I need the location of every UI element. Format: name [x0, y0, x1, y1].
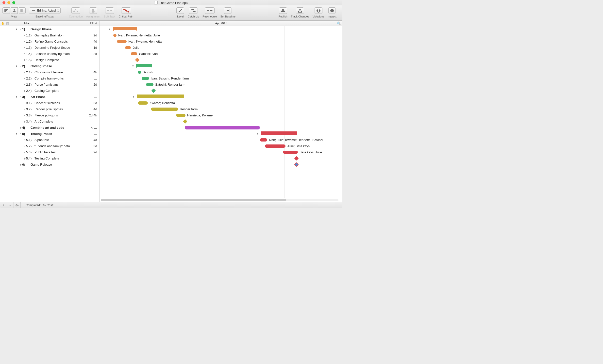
row-effort[interactable]: 4d	[83, 107, 100, 111]
outline-row[interactable]: 3)Art Phase…	[0, 94, 100, 100]
outline-row[interactable]: 2)Coding Phase…	[0, 63, 100, 69]
row-effort[interactable]: 2d 4h	[83, 113, 100, 117]
split-task-button[interactable]	[105, 7, 114, 14]
gantt-disclosure-icon[interactable]	[108, 28, 111, 31]
row-name[interactable]: Testing Phase	[31, 132, 83, 136]
row-effort[interactable]: 4d	[83, 138, 100, 142]
row-effort[interactable]: 2d	[83, 33, 100, 37]
outline-row[interactable]: 3.1)Concept sketches3d	[0, 100, 100, 106]
row-effort[interactable]: …	[83, 64, 100, 68]
disclosure-triangle[interactable]	[12, 95, 19, 98]
track-changes-button[interactable]	[296, 7, 304, 14]
gantt-body[interactable]: Ivan; Kwame; Henrietta; JulieIvan; Kwame…	[100, 26, 342, 198]
outline-row[interactable]: 1.4)Balance underlying math2d	[0, 51, 100, 57]
summary-bar[interactable]	[113, 27, 137, 30]
task-bar[interactable]	[151, 108, 178, 111]
milestone-diamond[interactable]	[294, 162, 299, 167]
milestone-diamond[interactable]	[183, 119, 187, 124]
row-effort[interactable]: …	[83, 27, 100, 31]
reschedule-button[interactable]	[205, 7, 215, 14]
row-effort[interactable]: 2d	[83, 83, 100, 86]
row-name[interactable]: Design Complete	[34, 58, 83, 62]
scrollbar-thumb[interactable]	[101, 199, 286, 201]
summary-bar[interactable]	[136, 64, 152, 67]
row-effort[interactable]: 2d	[83, 52, 100, 56]
row-name[interactable]: Parse framistans	[34, 83, 83, 86]
row-name[interactable]: Design Phase	[31, 27, 83, 31]
outline-row[interactable]: 4)Combine art and code< …	[0, 125, 100, 131]
row-name[interactable]: Alpha test	[34, 138, 83, 142]
outline-row[interactable]: 5.4)Testing Complete	[0, 155, 100, 161]
row-name[interactable]: Public beta test	[34, 150, 83, 154]
publish-button[interactable]	[279, 7, 287, 14]
critical-path-button[interactable]	[121, 7, 131, 14]
outline-row[interactable]: 5.2)“Friends and family” beta3d	[0, 143, 100, 149]
task-bar[interactable]	[185, 126, 260, 129]
row-name[interactable]: Refine Game Concepts	[34, 40, 83, 43]
milestone-diamond[interactable]	[135, 58, 139, 62]
add-button[interactable]: ＋	[0, 202, 7, 208]
summary-bar[interactable]	[137, 95, 184, 98]
assignment-button[interactable]	[89, 7, 97, 14]
task-bar[interactable]	[117, 40, 127, 43]
row-effort[interactable]: …	[83, 132, 100, 136]
outline-row[interactable]: 2.2)Compile frameworks…	[0, 75, 100, 81]
task-bar[interactable]	[113, 34, 117, 37]
row-name[interactable]: Coding Phase	[31, 64, 83, 68]
view-gantt-button[interactable]	[2, 7, 10, 14]
column-effort[interactable]: Effort	[83, 22, 100, 25]
row-effort[interactable]: …	[83, 95, 100, 99]
set-baseline-button[interactable]	[224, 7, 232, 14]
task-bar[interactable]	[138, 71, 141, 74]
summary-bar[interactable]	[261, 131, 297, 135]
row-name[interactable]: Testing Complete	[34, 157, 83, 160]
task-bar[interactable]	[131, 52, 137, 55]
outline-row[interactable]: 3.3)Fleece polygons2d 4h	[0, 112, 100, 118]
violations-button[interactable]	[315, 7, 322, 14]
gear-menu-button[interactable]: ⚙︎▾	[14, 202, 21, 208]
outline-row[interactable]: 1.5)Design Complete	[0, 57, 100, 63]
task-bar[interactable]	[142, 77, 149, 80]
note-icon[interactable]: ▤	[6, 22, 9, 25]
row-name[interactable]: Concept sketches	[34, 101, 83, 105]
task-bar[interactable]	[260, 138, 267, 142]
hand-icon[interactable]: ✋	[1, 22, 5, 25]
row-name[interactable]: Art Complete	[34, 120, 83, 123]
disclosure-triangle[interactable]	[12, 65, 19, 67]
milestone-diamond[interactable]	[151, 88, 156, 93]
row-name[interactable]: Balance underlying math	[34, 52, 83, 56]
task-bar[interactable]	[146, 83, 153, 86]
row-name[interactable]: “Friends and family” beta	[34, 144, 83, 148]
magnifier-icon[interactable]: 🔍	[337, 21, 341, 25]
outline-row[interactable]: 1.2)Refine Game Concepts4d	[0, 38, 100, 45]
row-name[interactable]: Coding Complete	[34, 89, 83, 93]
row-name[interactable]: Art Phase	[31, 95, 83, 99]
close-window-button[interactable]	[2, 1, 5, 4]
row-name[interactable]: Fleece polygons	[34, 113, 83, 117]
zoom-window-button[interactable]	[12, 1, 15, 4]
row-name[interactable]: Gameplay Brainstorm	[34, 33, 83, 37]
outline-row[interactable]: 3.4)Art Complete	[0, 118, 100, 125]
task-bar[interactable]	[125, 46, 131, 49]
row-effort[interactable]: < …	[83, 126, 100, 129]
horizontal-scrollbar[interactable]	[101, 199, 338, 201]
row-effort[interactable]: 3d	[83, 101, 100, 105]
task-bar[interactable]	[265, 144, 285, 148]
outline-row[interactable]: 2.4)Coding Complete	[0, 88, 100, 94]
gantt-disclosure-icon[interactable]	[256, 132, 259, 135]
gantt-disclosure-icon[interactable]	[132, 95, 135, 98]
row-name[interactable]: Game Release	[31, 163, 83, 166]
disclosure-triangle[interactable]	[12, 132, 19, 135]
outline-row[interactable]: 1)Design Phase…	[0, 26, 100, 32]
row-name[interactable]: Combine art and code	[31, 126, 83, 129]
milestone-diamond[interactable]	[294, 156, 299, 160]
remove-button[interactable]: −	[7, 202, 14, 208]
outline-row[interactable]: 5)Testing Phase…	[0, 131, 100, 137]
row-name[interactable]: Determine Project Scope	[34, 46, 83, 49]
outline-row[interactable]: 2.3)Parse framistans2d	[0, 81, 100, 88]
task-bar[interactable]	[176, 114, 185, 117]
task-bar[interactable]	[138, 101, 148, 105]
row-name[interactable]: Render pixel sprites	[34, 107, 83, 111]
row-effort[interactable]: 4h	[83, 70, 100, 74]
row-name[interactable]: Compile frameworks	[34, 77, 83, 80]
